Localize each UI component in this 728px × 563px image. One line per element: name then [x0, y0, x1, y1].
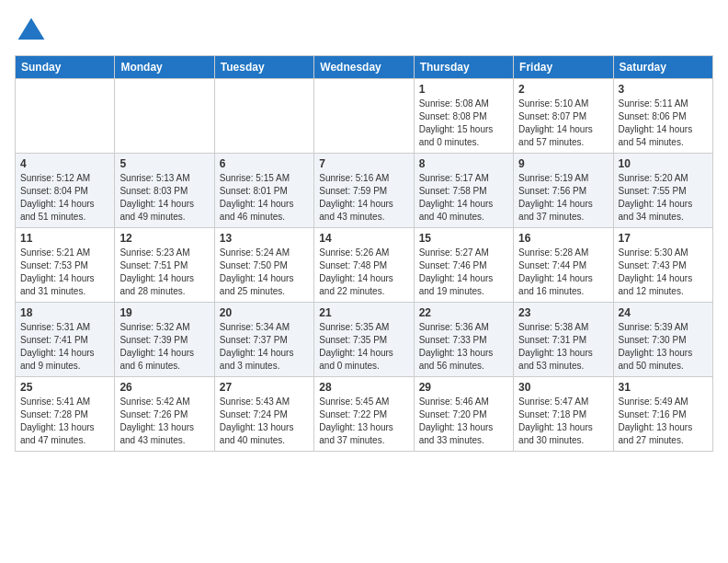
calendar-cell: 8Sunrise: 5:17 AM Sunset: 7:58 PM Daylig…: [414, 154, 513, 228]
calendar-cell: 16Sunrise: 5:28 AM Sunset: 7:44 PM Dayli…: [514, 228, 613, 303]
day-info: Sunrise: 5:26 AM Sunset: 7:48 PM Dayligh…: [319, 247, 408, 298]
calendar-header-friday: Friday: [514, 56, 613, 79]
calendar-cell: 24Sunrise: 5:39 AM Sunset: 7:30 PM Dayli…: [613, 303, 712, 377]
calendar-header-row: SundayMondayTuesdayWednesdayThursdayFrid…: [16, 56, 713, 79]
calendar-cell: 23Sunrise: 5:38 AM Sunset: 7:31 PM Dayli…: [514, 303, 613, 377]
day-info: Sunrise: 5:42 AM Sunset: 7:26 PM Dayligh…: [119, 396, 209, 447]
calendar-cell: 30Sunrise: 5:47 AM Sunset: 7:18 PM Dayli…: [514, 377, 613, 452]
calendar-header-monday: Monday: [115, 56, 214, 79]
day-number: 2: [518, 83, 608, 96]
day-number: 14: [319, 232, 408, 245]
day-number: 11: [20, 232, 109, 245]
day-info: Sunrise: 5:15 AM Sunset: 8:01 PM Dayligh…: [220, 172, 309, 224]
day-info: Sunrise: 5:17 AM Sunset: 7:58 PM Dayligh…: [419, 172, 508, 224]
day-number: 7: [319, 157, 408, 170]
calendar-cell: 31Sunrise: 5:49 AM Sunset: 7:16 PM Dayli…: [613, 377, 712, 452]
day-number: 27: [220, 381, 309, 394]
logo-icon: [15, 15, 48, 48]
calendar-cell: 21Sunrise: 5:35 AM Sunset: 7:35 PM Dayli…: [314, 303, 414, 377]
day-info: Sunrise: 5:43 AM Sunset: 7:24 PM Dayligh…: [220, 396, 309, 447]
day-number: 16: [518, 232, 608, 245]
day-info: Sunrise: 5:24 AM Sunset: 7:50 PM Dayligh…: [220, 247, 309, 298]
calendar-cell: 19Sunrise: 5:32 AM Sunset: 7:39 PM Dayli…: [115, 303, 214, 377]
calendar-cell: 5Sunrise: 5:13 AM Sunset: 8:03 PM Daylig…: [115, 154, 214, 228]
day-number: 4: [20, 157, 109, 170]
day-number: 18: [20, 306, 109, 319]
day-number: 1: [419, 83, 508, 96]
day-number: 25: [20, 381, 109, 394]
calendar-cell: 29Sunrise: 5:46 AM Sunset: 7:20 PM Dayli…: [414, 377, 513, 452]
calendar-week-3: 11Sunrise: 5:21 AM Sunset: 7:53 PM Dayli…: [16, 228, 713, 303]
day-info: Sunrise: 5:19 AM Sunset: 7:56 PM Dayligh…: [518, 172, 608, 224]
day-number: 28: [319, 381, 408, 394]
day-number: 31: [619, 381, 708, 394]
day-number: 8: [419, 157, 508, 170]
day-number: 26: [119, 381, 209, 394]
calendar-cell: 18Sunrise: 5:31 AM Sunset: 7:41 PM Dayli…: [16, 303, 115, 377]
calendar-cell: 10Sunrise: 5:20 AM Sunset: 7:55 PM Dayli…: [613, 154, 712, 228]
calendar-cell: 11Sunrise: 5:21 AM Sunset: 7:53 PM Dayli…: [16, 228, 115, 303]
calendar-header-wednesday: Wednesday: [314, 56, 414, 79]
day-number: 17: [619, 232, 708, 245]
day-info: Sunrise: 5:20 AM Sunset: 7:55 PM Dayligh…: [619, 172, 708, 224]
day-number: 9: [518, 157, 608, 170]
day-info: Sunrise: 5:10 AM Sunset: 8:07 PM Dayligh…: [518, 98, 608, 149]
day-info: Sunrise: 5:27 AM Sunset: 7:46 PM Dayligh…: [419, 247, 508, 298]
day-number: 30: [518, 381, 608, 394]
calendar-cell: [16, 79, 115, 154]
calendar-week-2: 4Sunrise: 5:12 AM Sunset: 8:04 PM Daylig…: [16, 154, 713, 228]
page-header: [15, 15, 713, 48]
calendar-cell: 12Sunrise: 5:23 AM Sunset: 7:51 PM Dayli…: [115, 228, 214, 303]
calendar-header-sunday: Sunday: [16, 56, 115, 79]
day-info: Sunrise: 5:30 AM Sunset: 7:43 PM Dayligh…: [619, 247, 708, 298]
day-info: Sunrise: 5:36 AM Sunset: 7:33 PM Dayligh…: [419, 321, 508, 373]
day-info: Sunrise: 5:34 AM Sunset: 7:37 PM Dayligh…: [220, 321, 309, 373]
day-info: Sunrise: 5:46 AM Sunset: 7:20 PM Dayligh…: [419, 396, 508, 447]
calendar-cell: [214, 79, 313, 154]
calendar-week-4: 18Sunrise: 5:31 AM Sunset: 7:41 PM Dayli…: [16, 303, 713, 377]
day-number: 13: [220, 232, 309, 245]
day-info: Sunrise: 5:31 AM Sunset: 7:41 PM Dayligh…: [20, 321, 109, 373]
calendar-header-tuesday: Tuesday: [214, 56, 313, 79]
day-number: 6: [220, 157, 309, 170]
calendar-week-1: 1Sunrise: 5:08 AM Sunset: 8:08 PM Daylig…: [16, 79, 713, 154]
day-info: Sunrise: 5:38 AM Sunset: 7:31 PM Dayligh…: [518, 321, 608, 373]
day-number: 15: [419, 232, 508, 245]
day-info: Sunrise: 5:12 AM Sunset: 8:04 PM Dayligh…: [20, 172, 109, 224]
day-info: Sunrise: 5:45 AM Sunset: 7:22 PM Dayligh…: [319, 396, 408, 447]
svg-marker-0: [18, 18, 45, 40]
day-number: 22: [419, 306, 508, 319]
calendar-cell: 28Sunrise: 5:45 AM Sunset: 7:22 PM Dayli…: [314, 377, 414, 452]
calendar-cell: 4Sunrise: 5:12 AM Sunset: 8:04 PM Daylig…: [16, 154, 115, 228]
calendar-week-5: 25Sunrise: 5:41 AM Sunset: 7:28 PM Dayli…: [16, 377, 713, 452]
calendar-cell: 22Sunrise: 5:36 AM Sunset: 7:33 PM Dayli…: [414, 303, 513, 377]
calendar-cell: 7Sunrise: 5:16 AM Sunset: 7:59 PM Daylig…: [314, 154, 414, 228]
calendar-cell: 15Sunrise: 5:27 AM Sunset: 7:46 PM Dayli…: [414, 228, 513, 303]
day-number: 24: [619, 306, 708, 319]
calendar-cell: 3Sunrise: 5:11 AM Sunset: 8:06 PM Daylig…: [613, 79, 712, 154]
day-info: Sunrise: 5:13 AM Sunset: 8:03 PM Dayligh…: [119, 172, 209, 224]
day-number: 5: [119, 157, 209, 170]
day-info: Sunrise: 5:35 AM Sunset: 7:35 PM Dayligh…: [319, 321, 408, 373]
day-number: 10: [619, 157, 708, 170]
calendar-cell: 2Sunrise: 5:10 AM Sunset: 8:07 PM Daylig…: [514, 79, 613, 154]
calendar-cell: [115, 79, 214, 154]
calendar-cell: 1Sunrise: 5:08 AM Sunset: 8:08 PM Daylig…: [414, 79, 513, 154]
day-number: 29: [419, 381, 508, 394]
calendar-cell: 13Sunrise: 5:24 AM Sunset: 7:50 PM Dayli…: [214, 228, 313, 303]
day-info: Sunrise: 5:41 AM Sunset: 7:28 PM Dayligh…: [20, 396, 109, 447]
day-number: 20: [220, 306, 309, 319]
day-number: 3: [619, 83, 708, 96]
calendar-cell: 27Sunrise: 5:43 AM Sunset: 7:24 PM Dayli…: [214, 377, 313, 452]
calendar-cell: 26Sunrise: 5:42 AM Sunset: 7:26 PM Dayli…: [115, 377, 214, 452]
day-info: Sunrise: 5:23 AM Sunset: 7:51 PM Dayligh…: [119, 247, 209, 298]
day-number: 21: [319, 306, 408, 319]
day-info: Sunrise: 5:28 AM Sunset: 7:44 PM Dayligh…: [518, 247, 608, 298]
calendar-cell: 9Sunrise: 5:19 AM Sunset: 7:56 PM Daylig…: [514, 154, 613, 228]
calendar-header-thursday: Thursday: [414, 56, 513, 79]
calendar-header-saturday: Saturday: [613, 56, 712, 79]
calendar-cell: 17Sunrise: 5:30 AM Sunset: 7:43 PM Dayli…: [613, 228, 712, 303]
day-info: Sunrise: 5:21 AM Sunset: 7:53 PM Dayligh…: [20, 247, 109, 298]
logo: [15, 15, 51, 48]
day-number: 19: [119, 306, 209, 319]
